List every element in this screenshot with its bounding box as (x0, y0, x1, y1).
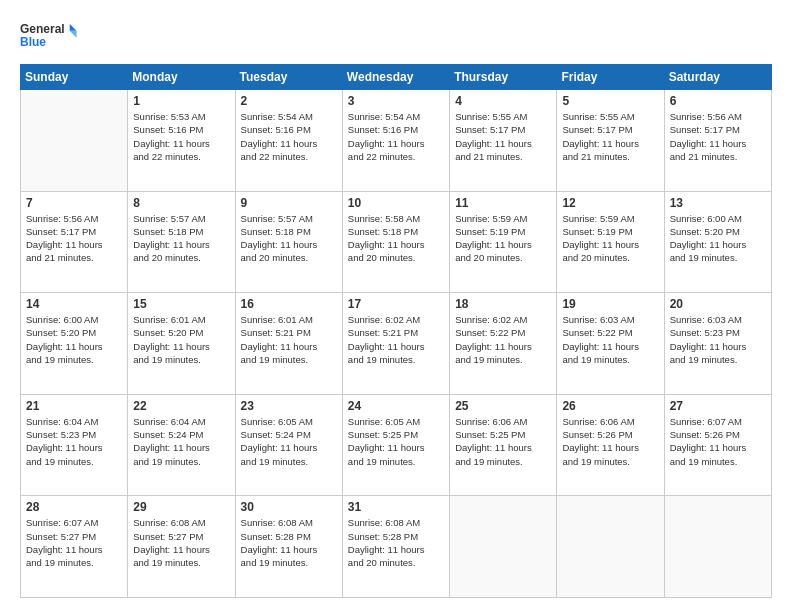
day-info: Sunrise: 5:56 AM Sunset: 5:17 PM Dayligh… (26, 212, 122, 265)
day-info: Sunrise: 5:56 AM Sunset: 5:17 PM Dayligh… (670, 110, 766, 163)
day-info: Sunrise: 5:53 AM Sunset: 5:16 PM Dayligh… (133, 110, 229, 163)
day-number: 2 (241, 94, 337, 108)
calendar-cell: 14Sunrise: 6:00 AM Sunset: 5:20 PM Dayli… (21, 293, 128, 395)
calendar-table: SundayMondayTuesdayWednesdayThursdayFrid… (20, 64, 772, 598)
day-number: 10 (348, 196, 444, 210)
day-number: 21 (26, 399, 122, 413)
day-number: 9 (241, 196, 337, 210)
calendar-header-row: SundayMondayTuesdayWednesdayThursdayFrid… (21, 65, 772, 90)
calendar-cell (21, 90, 128, 192)
calendar-cell: 4Sunrise: 5:55 AM Sunset: 5:17 PM Daylig… (450, 90, 557, 192)
calendar-week-3: 21Sunrise: 6:04 AM Sunset: 5:23 PM Dayli… (21, 394, 772, 496)
day-info: Sunrise: 6:01 AM Sunset: 5:21 PM Dayligh… (241, 313, 337, 366)
calendar-week-0: 1Sunrise: 5:53 AM Sunset: 5:16 PM Daylig… (21, 90, 772, 192)
calendar-cell: 30Sunrise: 6:08 AM Sunset: 5:28 PM Dayli… (235, 496, 342, 598)
day-number: 6 (670, 94, 766, 108)
calendar-cell: 21Sunrise: 6:04 AM Sunset: 5:23 PM Dayli… (21, 394, 128, 496)
day-number: 4 (455, 94, 551, 108)
day-info: Sunrise: 6:06 AM Sunset: 5:25 PM Dayligh… (455, 415, 551, 468)
day-number: 14 (26, 297, 122, 311)
day-info: Sunrise: 5:57 AM Sunset: 5:18 PM Dayligh… (133, 212, 229, 265)
calendar-cell: 18Sunrise: 6:02 AM Sunset: 5:22 PM Dayli… (450, 293, 557, 395)
day-number: 26 (562, 399, 658, 413)
calendar-cell (557, 496, 664, 598)
calendar-cell: 6Sunrise: 5:56 AM Sunset: 5:17 PM Daylig… (664, 90, 771, 192)
calendar-cell: 17Sunrise: 6:02 AM Sunset: 5:21 PM Dayli… (342, 293, 449, 395)
calendar-cell: 26Sunrise: 6:06 AM Sunset: 5:26 PM Dayli… (557, 394, 664, 496)
day-info: Sunrise: 6:03 AM Sunset: 5:22 PM Dayligh… (562, 313, 658, 366)
day-number: 15 (133, 297, 229, 311)
calendar-header-friday: Friday (557, 65, 664, 90)
svg-text:General: General (20, 22, 65, 36)
day-number: 8 (133, 196, 229, 210)
day-info: Sunrise: 6:07 AM Sunset: 5:27 PM Dayligh… (26, 516, 122, 569)
day-number: 18 (455, 297, 551, 311)
logo: General Blue (20, 18, 80, 54)
day-info: Sunrise: 6:08 AM Sunset: 5:28 PM Dayligh… (241, 516, 337, 569)
calendar-cell: 19Sunrise: 6:03 AM Sunset: 5:22 PM Dayli… (557, 293, 664, 395)
day-info: Sunrise: 6:06 AM Sunset: 5:26 PM Dayligh… (562, 415, 658, 468)
day-info: Sunrise: 5:57 AM Sunset: 5:18 PM Dayligh… (241, 212, 337, 265)
day-number: 22 (133, 399, 229, 413)
header: General Blue (20, 18, 772, 54)
day-info: Sunrise: 6:04 AM Sunset: 5:23 PM Dayligh… (26, 415, 122, 468)
calendar-cell: 23Sunrise: 6:05 AM Sunset: 5:24 PM Dayli… (235, 394, 342, 496)
calendar-cell: 29Sunrise: 6:08 AM Sunset: 5:27 PM Dayli… (128, 496, 235, 598)
day-number: 28 (26, 500, 122, 514)
day-number: 1 (133, 94, 229, 108)
calendar-cell: 25Sunrise: 6:06 AM Sunset: 5:25 PM Dayli… (450, 394, 557, 496)
day-info: Sunrise: 5:59 AM Sunset: 5:19 PM Dayligh… (562, 212, 658, 265)
day-number: 25 (455, 399, 551, 413)
calendar-header-tuesday: Tuesday (235, 65, 342, 90)
day-number: 17 (348, 297, 444, 311)
calendar-week-1: 7Sunrise: 5:56 AM Sunset: 5:17 PM Daylig… (21, 191, 772, 293)
calendar-cell: 27Sunrise: 6:07 AM Sunset: 5:26 PM Dayli… (664, 394, 771, 496)
calendar-header-thursday: Thursday (450, 65, 557, 90)
calendar-cell: 2Sunrise: 5:54 AM Sunset: 5:16 PM Daylig… (235, 90, 342, 192)
calendar-cell: 13Sunrise: 6:00 AM Sunset: 5:20 PM Dayli… (664, 191, 771, 293)
day-info: Sunrise: 6:03 AM Sunset: 5:23 PM Dayligh… (670, 313, 766, 366)
page: General Blue SundayMondayTuesdayWednesda… (0, 0, 792, 612)
day-info: Sunrise: 6:00 AM Sunset: 5:20 PM Dayligh… (26, 313, 122, 366)
day-number: 12 (562, 196, 658, 210)
calendar-cell: 1Sunrise: 5:53 AM Sunset: 5:16 PM Daylig… (128, 90, 235, 192)
day-info: Sunrise: 5:58 AM Sunset: 5:18 PM Dayligh… (348, 212, 444, 265)
day-info: Sunrise: 6:02 AM Sunset: 5:22 PM Dayligh… (455, 313, 551, 366)
calendar-cell: 11Sunrise: 5:59 AM Sunset: 5:19 PM Dayli… (450, 191, 557, 293)
calendar-header-saturday: Saturday (664, 65, 771, 90)
day-info: Sunrise: 6:04 AM Sunset: 5:24 PM Dayligh… (133, 415, 229, 468)
calendar-cell (450, 496, 557, 598)
day-number: 16 (241, 297, 337, 311)
calendar-header-monday: Monday (128, 65, 235, 90)
day-number: 7 (26, 196, 122, 210)
calendar-header-wednesday: Wednesday (342, 65, 449, 90)
day-info: Sunrise: 5:59 AM Sunset: 5:19 PM Dayligh… (455, 212, 551, 265)
day-info: Sunrise: 6:02 AM Sunset: 5:21 PM Dayligh… (348, 313, 444, 366)
calendar-cell (664, 496, 771, 598)
day-info: Sunrise: 6:08 AM Sunset: 5:27 PM Dayligh… (133, 516, 229, 569)
calendar-cell: 24Sunrise: 6:05 AM Sunset: 5:25 PM Dayli… (342, 394, 449, 496)
day-info: Sunrise: 6:08 AM Sunset: 5:28 PM Dayligh… (348, 516, 444, 569)
logo-svg: General Blue (20, 18, 80, 54)
calendar-cell: 10Sunrise: 5:58 AM Sunset: 5:18 PM Dayli… (342, 191, 449, 293)
day-number: 13 (670, 196, 766, 210)
day-number: 29 (133, 500, 229, 514)
day-number: 3 (348, 94, 444, 108)
day-number: 11 (455, 196, 551, 210)
calendar-cell: 15Sunrise: 6:01 AM Sunset: 5:20 PM Dayli… (128, 293, 235, 395)
day-number: 27 (670, 399, 766, 413)
day-info: Sunrise: 5:55 AM Sunset: 5:17 PM Dayligh… (455, 110, 551, 163)
svg-marker-2 (70, 24, 77, 31)
calendar-cell: 16Sunrise: 6:01 AM Sunset: 5:21 PM Dayli… (235, 293, 342, 395)
day-info: Sunrise: 6:00 AM Sunset: 5:20 PM Dayligh… (670, 212, 766, 265)
calendar-cell: 8Sunrise: 5:57 AM Sunset: 5:18 PM Daylig… (128, 191, 235, 293)
calendar-header-sunday: Sunday (21, 65, 128, 90)
day-info: Sunrise: 6:07 AM Sunset: 5:26 PM Dayligh… (670, 415, 766, 468)
day-info: Sunrise: 6:05 AM Sunset: 5:25 PM Dayligh… (348, 415, 444, 468)
day-info: Sunrise: 5:54 AM Sunset: 5:16 PM Dayligh… (348, 110, 444, 163)
day-number: 23 (241, 399, 337, 413)
calendar-cell: 7Sunrise: 5:56 AM Sunset: 5:17 PM Daylig… (21, 191, 128, 293)
svg-text:Blue: Blue (20, 35, 46, 49)
day-number: 19 (562, 297, 658, 311)
day-info: Sunrise: 6:05 AM Sunset: 5:24 PM Dayligh… (241, 415, 337, 468)
